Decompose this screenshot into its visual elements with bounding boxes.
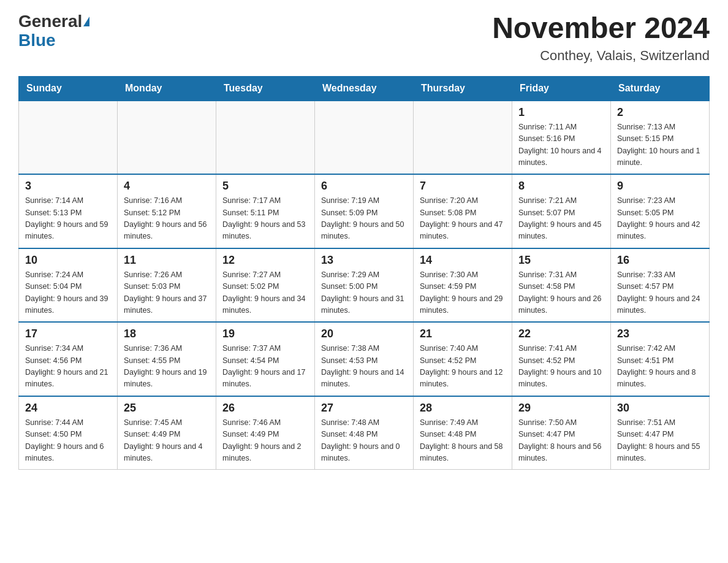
sun-info: Sunrise: 7:33 AM Sunset: 4:57 PM Dayligh…	[617, 269, 703, 317]
calendar-day-cell: 28Sunrise: 7:49 AM Sunset: 4:48 PM Dayli…	[414, 396, 512, 470]
calendar-day-cell: 3Sunrise: 7:14 AM Sunset: 5:13 PM Daylig…	[19, 174, 118, 248]
weekday-header-thursday: Thursday	[414, 76, 512, 101]
sun-info: Sunrise: 7:40 AM Sunset: 4:52 PM Dayligh…	[420, 343, 506, 391]
day-number: 6	[321, 180, 407, 193]
sun-info: Sunrise: 7:11 AM Sunset: 5:16 PM Dayligh…	[518, 121, 604, 169]
day-number: 7	[420, 180, 506, 193]
calendar-day-cell: 22Sunrise: 7:41 AM Sunset: 4:52 PM Dayli…	[512, 322, 611, 396]
day-number: 5	[222, 180, 308, 193]
sun-info: Sunrise: 7:34 AM Sunset: 4:56 PM Dayligh…	[25, 343, 111, 391]
sun-info: Sunrise: 7:44 AM Sunset: 4:50 PM Dayligh…	[25, 417, 111, 465]
sun-info: Sunrise: 7:49 AM Sunset: 4:48 PM Dayligh…	[420, 417, 506, 465]
calendar-day-cell: 10Sunrise: 7:24 AM Sunset: 5:04 PM Dayli…	[19, 248, 118, 323]
day-number: 20	[321, 327, 407, 340]
day-number: 10	[25, 254, 111, 267]
day-number: 2	[617, 106, 703, 119]
sun-info: Sunrise: 7:14 AM Sunset: 5:13 PM Dayligh…	[25, 195, 111, 243]
weekday-header-row: SundayMondayTuesdayWednesdayThursdayFrid…	[19, 76, 710, 101]
sun-info: Sunrise: 7:37 AM Sunset: 4:54 PM Dayligh…	[222, 343, 308, 391]
day-number: 24	[25, 402, 111, 415]
title-section: November 2024 Conthey, Valais, Switzerla…	[492, 12, 710, 64]
calendar-week-row: 17Sunrise: 7:34 AM Sunset: 4:56 PM Dayli…	[19, 322, 710, 396]
weekday-header-sunday: Sunday	[19, 76, 118, 101]
calendar-day-cell: 9Sunrise: 7:23 AM Sunset: 5:05 PM Daylig…	[611, 174, 710, 248]
sun-info: Sunrise: 7:51 AM Sunset: 4:47 PM Dayligh…	[617, 417, 703, 465]
sun-info: Sunrise: 7:31 AM Sunset: 4:58 PM Dayligh…	[518, 269, 604, 317]
day-number: 22	[518, 327, 604, 340]
calendar-day-cell: 24Sunrise: 7:44 AM Sunset: 4:50 PM Dayli…	[19, 396, 118, 470]
sun-info: Sunrise: 7:17 AM Sunset: 5:11 PM Dayligh…	[222, 195, 308, 243]
day-number: 3	[25, 180, 111, 193]
sun-info: Sunrise: 7:13 AM Sunset: 5:15 PM Dayligh…	[617, 121, 703, 169]
calendar-week-row: 10Sunrise: 7:24 AM Sunset: 5:04 PM Dayli…	[19, 248, 710, 323]
logo-general-text: General	[18, 12, 82, 31]
calendar-day-cell: 27Sunrise: 7:48 AM Sunset: 4:48 PM Dayli…	[315, 396, 414, 470]
sun-info: Sunrise: 7:29 AM Sunset: 5:00 PM Dayligh…	[321, 269, 407, 317]
calendar-day-cell: 12Sunrise: 7:27 AM Sunset: 5:02 PM Dayli…	[216, 248, 315, 323]
day-number: 30	[617, 402, 703, 415]
logo: General Blue	[18, 12, 89, 50]
calendar-day-cell: 18Sunrise: 7:36 AM Sunset: 4:55 PM Dayli…	[118, 322, 216, 396]
calendar-day-cell: 29Sunrise: 7:50 AM Sunset: 4:47 PM Dayli…	[512, 396, 611, 470]
day-number: 14	[420, 254, 506, 267]
calendar-day-cell: 20Sunrise: 7:38 AM Sunset: 4:53 PM Dayli…	[315, 322, 414, 396]
calendar-day-cell: 16Sunrise: 7:33 AM Sunset: 4:57 PM Dayli…	[611, 248, 710, 323]
calendar-day-cell: 4Sunrise: 7:16 AM Sunset: 5:12 PM Daylig…	[118, 174, 216, 248]
sun-info: Sunrise: 7:20 AM Sunset: 5:08 PM Dayligh…	[420, 195, 506, 243]
day-number: 11	[124, 254, 210, 267]
calendar-day-cell: 30Sunrise: 7:51 AM Sunset: 4:47 PM Dayli…	[611, 396, 710, 470]
sun-info: Sunrise: 7:42 AM Sunset: 4:51 PM Dayligh…	[617, 343, 703, 391]
logo-triangle-icon	[83, 17, 89, 26]
day-number: 17	[25, 327, 111, 340]
calendar-day-cell	[216, 101, 315, 175]
sun-info: Sunrise: 7:48 AM Sunset: 4:48 PM Dayligh…	[321, 417, 407, 465]
calendar-day-cell	[315, 101, 414, 175]
day-number: 26	[222, 402, 308, 415]
calendar-day-cell	[414, 101, 512, 175]
sun-info: Sunrise: 7:19 AM Sunset: 5:09 PM Dayligh…	[321, 195, 407, 243]
day-number: 4	[124, 180, 210, 193]
calendar-week-row: 24Sunrise: 7:44 AM Sunset: 4:50 PM Dayli…	[19, 396, 710, 470]
calendar-week-row: 1Sunrise: 7:11 AM Sunset: 5:16 PM Daylig…	[19, 101, 710, 175]
weekday-header-wednesday: Wednesday	[315, 76, 414, 101]
sun-info: Sunrise: 7:46 AM Sunset: 4:49 PM Dayligh…	[222, 417, 308, 465]
calendar-day-cell: 14Sunrise: 7:30 AM Sunset: 4:59 PM Dayli…	[414, 248, 512, 323]
calendar-day-cell: 25Sunrise: 7:45 AM Sunset: 4:49 PM Dayli…	[118, 396, 216, 470]
calendar-day-cell: 6Sunrise: 7:19 AM Sunset: 5:09 PM Daylig…	[315, 174, 414, 248]
day-number: 15	[518, 254, 604, 267]
day-number: 18	[124, 327, 210, 340]
location-subtitle: Conthey, Valais, Switzerland	[492, 48, 710, 64]
calendar-day-cell: 7Sunrise: 7:20 AM Sunset: 5:08 PM Daylig…	[414, 174, 512, 248]
sun-info: Sunrise: 7:41 AM Sunset: 4:52 PM Dayligh…	[518, 343, 604, 391]
calendar-day-cell: 15Sunrise: 7:31 AM Sunset: 4:58 PM Dayli…	[512, 248, 611, 323]
day-number: 29	[518, 402, 604, 415]
day-number: 12	[222, 254, 308, 267]
calendar-day-cell: 8Sunrise: 7:21 AM Sunset: 5:07 PM Daylig…	[512, 174, 611, 248]
day-number: 9	[617, 180, 703, 193]
logo-blue-text: Blue	[18, 31, 56, 50]
sun-info: Sunrise: 7:16 AM Sunset: 5:12 PM Dayligh…	[124, 195, 210, 243]
sun-info: Sunrise: 7:50 AM Sunset: 4:47 PM Dayligh…	[518, 417, 604, 465]
calendar-day-cell: 21Sunrise: 7:40 AM Sunset: 4:52 PM Dayli…	[414, 322, 512, 396]
sun-info: Sunrise: 7:45 AM Sunset: 4:49 PM Dayligh…	[124, 417, 210, 465]
day-number: 21	[420, 327, 506, 340]
weekday-header-saturday: Saturday	[611, 76, 710, 101]
sun-info: Sunrise: 7:21 AM Sunset: 5:07 PM Dayligh…	[518, 195, 604, 243]
sun-info: Sunrise: 7:30 AM Sunset: 4:59 PM Dayligh…	[420, 269, 506, 317]
calendar-day-cell: 11Sunrise: 7:26 AM Sunset: 5:03 PM Dayli…	[118, 248, 216, 323]
calendar-day-cell: 5Sunrise: 7:17 AM Sunset: 5:11 PM Daylig…	[216, 174, 315, 248]
sun-info: Sunrise: 7:24 AM Sunset: 5:04 PM Dayligh…	[25, 269, 111, 317]
day-number: 27	[321, 402, 407, 415]
calendar-day-cell: 19Sunrise: 7:37 AM Sunset: 4:54 PM Dayli…	[216, 322, 315, 396]
day-number: 13	[321, 254, 407, 267]
day-number: 16	[617, 254, 703, 267]
day-number: 23	[617, 327, 703, 340]
day-number: 19	[222, 327, 308, 340]
calendar-day-cell: 13Sunrise: 7:29 AM Sunset: 5:00 PM Dayli…	[315, 248, 414, 323]
weekday-header-monday: Monday	[118, 76, 216, 101]
day-number: 28	[420, 402, 506, 415]
weekday-header-tuesday: Tuesday	[216, 76, 315, 101]
sun-info: Sunrise: 7:27 AM Sunset: 5:02 PM Dayligh…	[222, 269, 308, 317]
calendar-table: SundayMondayTuesdayWednesdayThursdayFrid…	[18, 76, 710, 470]
day-number: 1	[518, 106, 604, 119]
